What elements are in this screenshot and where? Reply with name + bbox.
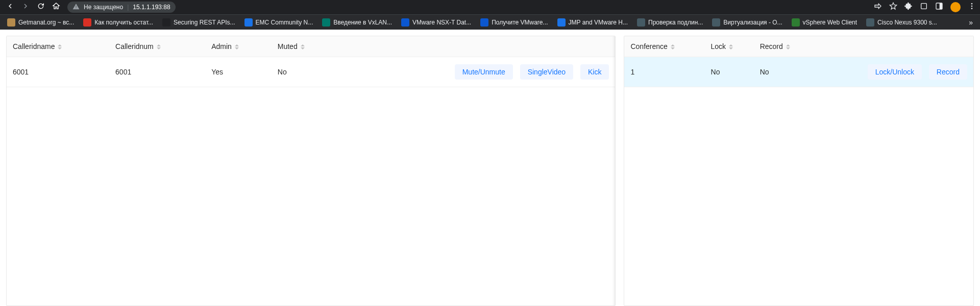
participants-table: Calleridname Calleridnum Admin Muted 600… xyxy=(7,36,615,87)
bookmark-label: Как получить остат... xyxy=(94,19,153,26)
bookmark-label: Cisco Nexus 9300 s... xyxy=(877,19,937,26)
mute-unmute-button[interactable]: Mute/Unmute xyxy=(455,64,513,80)
url-text: 15.1.1.193:88 xyxy=(133,4,170,11)
panel-icon[interactable] xyxy=(935,2,943,12)
favicon xyxy=(244,18,253,27)
svg-point-3 xyxy=(971,3,973,5)
bookmark-item[interactable]: VMware NSX-T Dat... xyxy=(398,16,474,29)
bookmark-label: EMC Community N... xyxy=(256,19,313,26)
favicon xyxy=(480,18,488,27)
sort-icon[interactable] xyxy=(235,44,239,49)
sort-icon[interactable] xyxy=(729,44,733,49)
puzzle-icon[interactable] xyxy=(920,2,928,12)
record-button[interactable]: Record xyxy=(929,64,967,80)
sort-icon[interactable] xyxy=(58,44,62,49)
bookmark-label: Securing REST APIs... xyxy=(174,19,235,26)
cell-conference: 1 xyxy=(624,57,704,87)
sort-icon[interactable] xyxy=(671,44,675,49)
col-calleridname[interactable]: Calleridname xyxy=(7,36,109,57)
bookmark-label: Получите VMware... xyxy=(492,19,548,26)
favicon xyxy=(162,18,170,27)
cell-record: No xyxy=(754,57,814,87)
bookmark-item[interactable]: Введение в VxLAN... xyxy=(319,16,395,29)
reload-button[interactable] xyxy=(37,2,45,12)
share-icon[interactable] xyxy=(874,2,882,12)
favicon xyxy=(401,18,409,27)
bookmark-item[interactable]: Getmanat.org ~ вс... xyxy=(4,16,77,29)
bookmark-item[interactable]: Securing REST APIs... xyxy=(159,16,238,29)
col-conference[interactable]: Conference xyxy=(624,36,704,57)
address-bar[interactable]: Не защищено | 15.1.1.193:88 xyxy=(67,2,176,13)
bookmark-label: Проверка подлин... xyxy=(648,19,703,26)
bookmarks-bar: Getmanat.org ~ вс...Как получить остат..… xyxy=(0,14,980,30)
favicon xyxy=(792,18,800,27)
svg-rect-0 xyxy=(921,4,927,9)
lock-unlock-button[interactable]: Lock/Unlock xyxy=(868,64,922,80)
bookmark-label: VMware NSX-T Dat... xyxy=(412,19,471,26)
bookmark-item[interactable]: Cisco Nexus 9300 s... xyxy=(863,16,940,29)
bookmark-label: Getmanat.org ~ вс... xyxy=(18,19,74,26)
star-icon[interactable] xyxy=(889,2,897,12)
svg-rect-2 xyxy=(940,3,942,9)
conferences-panel: Conference Lock Record 1 No No Lock/Unlo… xyxy=(624,36,974,306)
bookmark-item[interactable]: vSphere Web Client xyxy=(789,16,861,29)
favicon xyxy=(637,18,645,27)
bookmark-item[interactable]: Виртуализация - O... xyxy=(709,16,785,29)
bookmark-label: JMP and VMware H... xyxy=(569,19,628,26)
col-lock[interactable]: Lock xyxy=(705,36,754,57)
cell-lock: No xyxy=(705,57,754,87)
bookmark-item[interactable]: JMP and VMware H... xyxy=(554,16,631,29)
kick-button[interactable]: Kick xyxy=(580,64,609,80)
conferences-table: Conference Lock Record 1 No No Lock/Unlo… xyxy=(624,36,973,87)
cell-calleridnum: 6001 xyxy=(109,57,205,87)
sort-icon[interactable] xyxy=(157,44,161,49)
forward-button[interactable] xyxy=(21,2,30,12)
menu-icon[interactable] xyxy=(968,2,976,12)
svg-point-5 xyxy=(971,8,973,9)
bookmark-label: vSphere Web Client xyxy=(803,19,857,26)
sort-icon[interactable] xyxy=(786,44,790,49)
bookmarks-overflow-button[interactable]: » xyxy=(966,16,976,29)
table-row[interactable]: 6001 6001 Yes No Mute/Unmute SingleVideo… xyxy=(7,57,615,87)
favicon xyxy=(7,18,15,27)
cell-muted: No xyxy=(272,57,337,87)
favicon xyxy=(557,18,566,27)
col-record[interactable]: Record xyxy=(754,36,814,57)
cell-calleridname: 6001 xyxy=(7,57,109,87)
home-button[interactable] xyxy=(52,2,60,12)
favicon xyxy=(83,18,91,27)
security-label: Не защищено xyxy=(84,4,123,11)
favicon xyxy=(322,18,330,27)
table-row[interactable]: 1 No No Lock/Unlock Record xyxy=(624,57,973,87)
svg-point-4 xyxy=(971,6,973,7)
bookmark-item[interactable]: Проверка подлин... xyxy=(634,16,706,29)
cell-admin: Yes xyxy=(205,57,272,87)
bookmark-item[interactable]: Получите VMware... xyxy=(477,16,551,29)
back-button[interactable] xyxy=(6,2,14,12)
bookmark-label: Введение в VxLAN... xyxy=(333,19,392,26)
participants-panel: Calleridname Calleridnum Admin Muted 600… xyxy=(6,36,616,306)
favicon xyxy=(866,18,874,27)
bookmark-item[interactable]: Как получить остат... xyxy=(80,16,156,29)
bookmark-item[interactable]: EMC Community N... xyxy=(241,16,316,29)
col-calleridnum[interactable]: Calleridnum xyxy=(109,36,205,57)
sort-icon[interactable] xyxy=(301,44,305,49)
not-secure-icon xyxy=(72,3,80,12)
col-admin[interactable]: Admin xyxy=(205,36,272,57)
profile-avatar[interactable] xyxy=(950,2,961,12)
favicon xyxy=(712,18,720,27)
browser-address-bar: Не защищено | 15.1.1.193:88 xyxy=(0,0,980,14)
bookmark-label: Виртуализация - O... xyxy=(723,19,782,26)
col-muted[interactable]: Muted xyxy=(272,36,337,57)
single-video-button[interactable]: SingleVideo xyxy=(520,64,573,80)
extensions-icon[interactable] xyxy=(904,2,913,12)
